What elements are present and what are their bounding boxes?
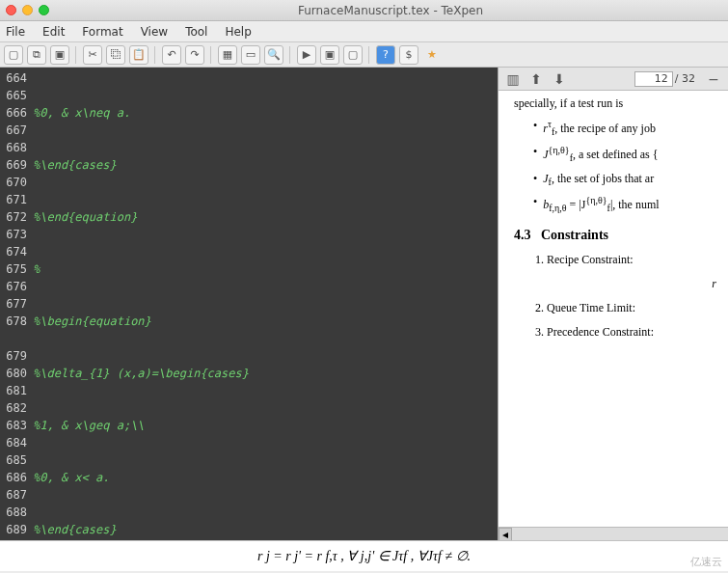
table-icon[interactable]: ▦ [218,45,237,65]
code-line: % [33,262,40,276]
equation-fragment: r [535,277,716,291]
line-number: 689 [0,521,31,538]
scrollbar-horizontal[interactable]: ◂ [499,527,728,540]
line-number: 675 [0,260,31,278]
preview-toolbar: ▥ ⬆ ⬇ 12 / 32 − [499,68,728,91]
page-current-input[interactable]: 12 [634,71,673,87]
close-icon[interactable] [6,5,16,15]
code-area[interactable]: %0, & x\neq a. %\end{cases} %\end{equati… [33,68,498,540]
menu-file[interactable]: File [6,25,25,39]
save-icon[interactable]: ▣ [50,45,69,65]
separator [210,46,212,64]
new-icon[interactable]: ▢ [4,45,23,65]
page-up-icon[interactable]: ⬆ [527,70,545,88]
main-area: 6646656666676686696706716726736746756766… [0,68,728,540]
page-down-icon[interactable]: ⬇ [551,70,568,88]
line-number: 688 [0,504,31,521]
line-number: 685 [0,451,31,469]
equation-text: r j = r j' = r f,τ , ∀ j,j' ∈ Jτf , ∀Jτf… [257,548,471,564]
list-item: 2. Queue Time Limit: [535,301,716,315]
line-number: 669 [0,156,31,174]
help-icon[interactable]: ? [376,45,395,65]
stop-icon[interactable]: ▢ [343,45,363,65]
line-number: 668 [0,139,31,156]
zoom-out-icon[interactable]: − [705,70,722,88]
title-bar: FurnaceManuscript.tex - TeXpen [0,0,728,21]
toolbar: ▢ ⧉ ▣ ✂ ⿻ 📋 ↶ ↷ ▦ ▭ 🔍 ▶ ▣ ▢ ? $ ★ [0,42,728,68]
star-icon[interactable]: ★ [422,45,442,65]
line-number: 678 [0,313,31,347]
code-line: %\end{cases} [33,158,117,172]
editor-pane[interactable]: 6646656666676686696706716726736746756766… [0,68,498,540]
watermark: 亿速云 [690,555,722,569]
minimize-icon[interactable] [22,5,33,15]
line-number: 683 [0,417,31,434]
undo-icon[interactable]: ↶ [162,45,181,65]
line-number: 677 [0,295,31,313]
line-number: 667 [0,122,31,139]
section-heading: 4.3 Constraints [514,228,716,243]
line-number: 679 [0,347,31,365]
code-line: %1, & x\geq a;\\ [33,419,145,432]
separator [368,46,370,64]
dollar-icon[interactable]: $ [399,45,418,65]
sidebar-toggle-icon[interactable]: ▥ [504,70,522,88]
menu-edit[interactable]: Edit [42,25,65,39]
traffic-lights [6,5,49,15]
line-number: 674 [0,243,31,260]
line-number: 671 [0,191,31,208]
preview-content[interactable]: specially, if a test run is rτf, the rec… [499,91,728,540]
list-item: 1. Recipe Constraint: [535,253,716,267]
preview-text: specially, if a test run is [514,96,716,111]
zoom-icon[interactable] [39,5,49,15]
list-item: bf,η,θ = |J{η,θ}f|, the numl [533,195,716,213]
equation-footer: r j = r j' = r f,τ , ∀ j,j' ∈ Jτf , ∀Jτf… [0,540,728,571]
list-item: rτf, the recipe of any job [533,119,716,137]
code-line: %\end{cases} [33,523,117,536]
line-number: 664 [0,69,31,87]
menu-format[interactable]: Format [82,25,122,39]
line-gutter: 6646656666676686696706716726736746756766… [0,68,31,538]
menu-help[interactable]: Help [225,25,251,39]
menu-bar: File Edit Format View Tool Help [0,21,728,42]
separator [75,46,77,64]
line-number: 686 [0,469,31,486]
separator [154,46,156,64]
list-item: J{η,θ}f, a set defined as { [533,145,716,163]
line-number: 673 [0,226,31,243]
menu-tool[interactable]: Tool [185,25,207,39]
redo-icon[interactable]: ↷ [185,45,204,65]
window-title: FurnaceManuscript.tex - TeXpen [59,4,722,17]
line-number: 666 [0,104,31,122]
line-number: 684 [0,434,31,451]
paste-icon[interactable]: 📋 [129,45,148,65]
code-line: %\end{equation} [33,210,137,224]
line-number: 672 [0,208,31,226]
line-number: 680 [0,365,31,382]
code-line: %0, & x< a. [33,471,109,484]
cut-icon[interactable]: ✂ [83,45,102,65]
list-item: Jf, the set of jobs that ar [533,172,716,187]
run-icon[interactable]: ▶ [297,45,316,65]
page-total: / 32 [675,72,695,85]
line-number: 670 [0,174,31,191]
code-line: %\begin{equation} [33,314,151,328]
ordered-list: 1. Recipe Constraint: r 2. Queue Time Li… [535,253,716,340]
find-icon[interactable]: 🔍 [264,45,283,65]
page-indicator: 12 / 32 − [634,70,722,88]
line-number: 665 [0,87,31,104]
line-number: 682 [0,399,31,417]
open-icon[interactable]: ⧉ [27,45,46,65]
list-item: 3. Precedence Constraint: [535,325,716,340]
code-line: %0, & x\neq a. [33,106,130,120]
copy-icon[interactable]: ⿻ [106,45,125,65]
code-line: %\delta_{1} (x,a)=\begin{cases} [33,367,249,380]
line-number: 676 [0,278,31,295]
separator [289,46,291,64]
step-icon[interactable]: ▣ [320,45,339,65]
line-number: 687 [0,486,31,504]
menu-view[interactable]: View [141,25,168,39]
image-icon[interactable]: ▭ [241,45,260,65]
line-number: 681 [0,382,31,399]
preview-pane: ▥ ⬆ ⬇ 12 / 32 − specially, if a test run… [498,68,728,540]
